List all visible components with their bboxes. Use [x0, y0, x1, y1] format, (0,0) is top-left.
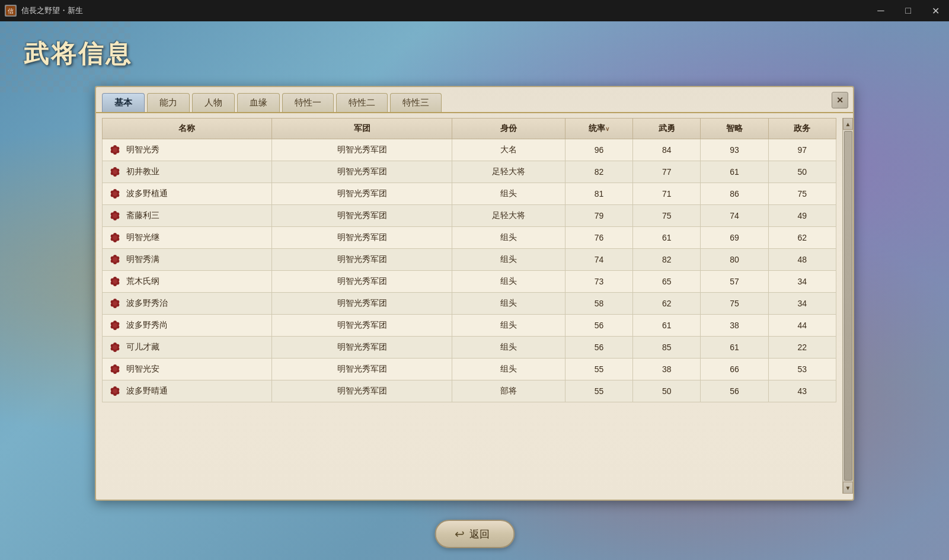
- scroll-up-button[interactable]: ▲: [843, 118, 853, 130]
- table-row[interactable]: 荒木氏纲明智光秀军团组头73655734: [103, 271, 836, 293]
- cell-1-row-6: 组头: [452, 271, 565, 293]
- cell-4-row-11: 56: [701, 380, 768, 402]
- cell-3-row-9: 85: [633, 337, 701, 359]
- table-row[interactable]: 可儿才藏明智光秀军团组头56856122: [103, 337, 836, 359]
- tab-blood[interactable]: 血缘: [237, 93, 280, 112]
- cell-4-row-6: 57: [701, 271, 768, 293]
- char-icon: [108, 385, 122, 398]
- maximize-button[interactable]: □: [894, 0, 922, 21]
- table-row[interactable]: 明智秀满明智光秀军团组头74828048: [103, 249, 836, 271]
- cell-1-row-7: 组头: [452, 293, 565, 315]
- cell-5-row-1: 50: [768, 161, 836, 183]
- table-row[interactable]: 明智光秀明智光秀军团大名96849397: [103, 139, 836, 161]
- tab-trait3[interactable]: 特性三: [390, 93, 442, 112]
- table-row[interactable]: 波多野晴通明智光秀军团部将55505643: [103, 380, 836, 402]
- name-cell-6: 荒木氏纲: [103, 271, 272, 293]
- page-title: 武将信息: [24, 37, 133, 71]
- cell-5-row-5: 48: [768, 249, 836, 271]
- scroll-thumb[interactable]: [844, 131, 852, 481]
- cell-1-row-0: 大名: [452, 139, 565, 161]
- table-row[interactable]: 波多野秀尚明智光秀军团组头56613844: [103, 315, 836, 337]
- name-cell-10: 明智光安: [103, 359, 272, 380]
- app-icon: 信: [5, 5, 17, 17]
- name-cell-0: 明智光秀: [103, 139, 272, 161]
- name-text: 可儿才藏: [126, 342, 159, 353]
- name-text: 波多野晴通: [126, 386, 168, 396]
- cell-0-row-5: 明智光秀军团: [271, 249, 452, 271]
- sort-arrow-icon: ∨: [605, 126, 609, 132]
- cell-4-row-0: 93: [701, 139, 768, 161]
- name-text: 明智秀满: [126, 254, 159, 265]
- table-row[interactable]: 明智光继明智光秀军团组头76616962: [103, 227, 836, 249]
- col-header-stat2[interactable]: 武勇: [633, 119, 701, 139]
- tab-ability[interactable]: 能力: [147, 93, 190, 112]
- cell-1-row-11: 部将: [452, 380, 565, 402]
- name-text: 明智光继: [126, 232, 159, 243]
- cell-3-row-1: 77: [633, 161, 701, 183]
- name-text: 初井教业: [126, 167, 159, 177]
- tab-trait2[interactable]: 特性二: [336, 93, 388, 112]
- col-header-stat4[interactable]: 政务: [768, 119, 836, 139]
- cell-3-row-10: 38: [633, 359, 701, 380]
- col-header-name[interactable]: 名称: [103, 119, 272, 139]
- tab-person[interactable]: 人物: [192, 93, 235, 112]
- tab-basic[interactable]: 基本: [102, 93, 145, 112]
- cell-5-row-6: 34: [768, 271, 836, 293]
- name-cell-8: 波多野秀尚: [103, 315, 272, 337]
- cell-0-row-9: 明智光秀军团: [271, 337, 452, 359]
- cell-0-row-0: 明智光秀军团: [271, 139, 452, 161]
- cell-1-row-9: 组头: [452, 337, 565, 359]
- table-wrapper[interactable]: 名称军团身份统率 ∨武勇智略政务 明智光秀明智光秀军团大名96849397 初井…: [102, 118, 836, 494]
- scroll-down-button[interactable]: ▼: [843, 482, 853, 494]
- cell-5-row-3: 49: [768, 205, 836, 227]
- table-row[interactable]: 波多野秀治明智光秀军团组头58627534: [103, 293, 836, 315]
- return-icon: ↩: [455, 527, 465, 541]
- svg-point-71: [113, 345, 117, 350]
- cell-1-row-8: 组头: [452, 315, 565, 337]
- char-icon: [108, 275, 122, 288]
- col-header-group[interactable]: 军团: [271, 119, 452, 139]
- col-header-rank[interactable]: 身份: [452, 119, 565, 139]
- titlebar: 信 信長之野望・新生 ─ □ ✕: [0, 0, 949, 21]
- name-cell-4: 明智光继: [103, 227, 272, 249]
- window-controls: ─ □ ✕: [867, 0, 949, 21]
- char-icon: [108, 363, 122, 376]
- cell-3-row-2: 71: [633, 183, 701, 205]
- cell-0-row-6: 明智光秀军团: [271, 271, 452, 293]
- table-row[interactable]: 斋藤利三明智光秀军团足轻大将79757449: [103, 205, 836, 227]
- cell-3-row-3: 75: [633, 205, 701, 227]
- cell-3-row-5: 82: [633, 249, 701, 271]
- name-text: 斋藤利三: [126, 210, 159, 221]
- panel-close-button[interactable]: ✕: [832, 92, 848, 108]
- name-cell-5: 明智秀满: [103, 249, 272, 271]
- minimize-button[interactable]: ─: [867, 0, 894, 21]
- cell-0-row-7: 明智光秀军团: [271, 293, 452, 315]
- cell-2-row-11: 55: [565, 380, 632, 402]
- cell-0-row-11: 明智光秀军团: [271, 380, 452, 402]
- name-text: 明智光安: [126, 364, 159, 375]
- char-icon: [108, 341, 122, 354]
- svg-point-64: [113, 323, 117, 328]
- char-icon: [108, 231, 122, 244]
- table-row[interactable]: 初井教业明智光秀军团足轻大将82776150: [103, 161, 836, 183]
- tab-trait1[interactable]: 特性一: [282, 93, 334, 112]
- svg-point-50: [113, 279, 117, 284]
- cell-3-row-8: 61: [633, 315, 701, 337]
- svg-point-15: [113, 169, 117, 174]
- window-close-button[interactable]: ✕: [922, 0, 949, 21]
- svg-point-29: [113, 213, 117, 218]
- return-button[interactable]: ↩ 返回: [434, 520, 515, 548]
- return-label: 返回: [469, 527, 490, 541]
- char-icon: [108, 319, 122, 332]
- table-row[interactable]: 明智光安明智光秀军团组头55386653: [103, 359, 836, 380]
- col-header-stat3[interactable]: 智略: [701, 119, 768, 139]
- table-row[interactable]: 波多野植通明智光秀军团组头81718675: [103, 183, 836, 205]
- cell-4-row-2: 86: [701, 183, 768, 205]
- name-cell-3: 斋藤利三: [103, 205, 272, 227]
- cell-0-row-3: 明智光秀军团: [271, 205, 452, 227]
- cell-4-row-1: 61: [701, 161, 768, 183]
- col-header-stat1[interactable]: 统率 ∨: [565, 119, 632, 139]
- svg-point-36: [113, 235, 117, 240]
- name-cell-1: 初井教业: [103, 161, 272, 183]
- cell-0-row-4: 明智光秀军团: [271, 227, 452, 249]
